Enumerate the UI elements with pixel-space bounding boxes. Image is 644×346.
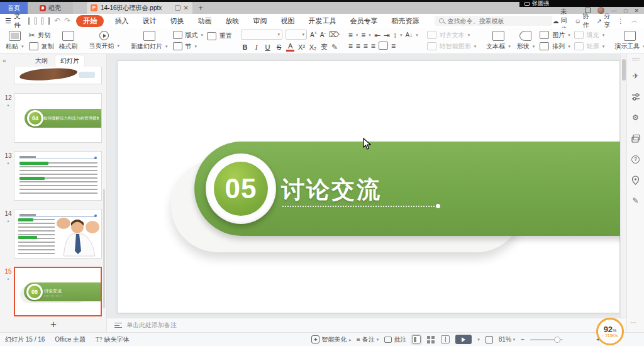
justify-icon[interactable]: ≡	[371, 42, 375, 50]
slide-title-text[interactable]: 讨论交流	[281, 174, 382, 206]
cut-button[interactable]: ✂剪切	[29, 31, 54, 40]
bold-button[interactable]: B	[241, 43, 249, 51]
line-spacing-icon[interactable]: ↕	[393, 31, 397, 39]
paste-button[interactable]: 粘贴▾	[3, 29, 27, 52]
tab-insert[interactable]: 插入	[108, 16, 135, 26]
picture-button[interactable]: 图片▾	[540, 31, 570, 40]
text-effect-button[interactable]: 变	[320, 42, 328, 52]
sidebar-scrollbar[interactable]	[103, 189, 105, 308]
slide-thumbnail-15-selected[interactable]: 讨论交流 05	[14, 267, 102, 316]
reset-button[interactable]: 重置	[207, 31, 232, 40]
help-icon[interactable]: ?	[631, 154, 641, 164]
more-menu-icon[interactable]: ⋮	[618, 18, 624, 25]
slides-tab[interactable]: 幻灯片	[55, 55, 84, 67]
normal-view-button[interactable]	[412, 335, 421, 343]
slide-thumbnail-14[interactable]	[14, 209, 102, 259]
tab-review[interactable]: 审阅	[246, 16, 274, 26]
align-center-icon[interactable]: ≡	[356, 42, 360, 50]
collaborate-button[interactable]: ☺ 协作	[574, 12, 589, 30]
underline-button[interactable]: U	[264, 43, 272, 51]
export-pdf-icon[interactable]	[35, 17, 36, 25]
slide-canvas[interactable]: 05 讨论交流	[107, 54, 620, 318]
docer-resource-icon[interactable]: ✈	[631, 71, 641, 81]
tab-devtools[interactable]: 开发工具	[301, 16, 343, 26]
edit-notes-icon[interactable]: ✎	[631, 196, 641, 206]
docer-tab[interactable]: 稻壳	[28, 2, 73, 14]
template-pin-icon[interactable]	[631, 175, 641, 185]
subscript-button[interactable]: X₂	[309, 43, 317, 51]
section-button[interactable]: 节▾	[173, 42, 204, 51]
indent-increase-icon[interactable]: ⇥	[384, 31, 390, 39]
scrollbar-thumb[interactable]	[622, 59, 626, 81]
clear-format-icon[interactable]: ⌦	[329, 31, 340, 38]
zoom-level[interactable]: 81% ▾	[499, 336, 516, 343]
format-painter-button[interactable]: 格式刷	[56, 29, 81, 52]
arrange-button[interactable]: 排列▾	[540, 42, 570, 51]
tab-transition[interactable]: 切换	[163, 16, 191, 26]
undo-icon[interactable]: ↶	[54, 16, 60, 25]
slide-page[interactable]: 05 讨论交流	[117, 60, 620, 313]
font-name-select[interactable]: ▾	[241, 30, 282, 40]
distribute-icon[interactable]	[379, 42, 388, 50]
notes-bar[interactable]: 单击此处添加备注	[107, 318, 626, 332]
zoom-slider[interactable]	[530, 339, 563, 340]
print-preview-icon[interactable]	[48, 17, 50, 25]
tab-design[interactable]: 设计	[135, 16, 163, 26]
print-icon[interactable]	[42, 17, 43, 25]
slide-thumbnail-11-partial[interactable]	[14, 67, 102, 84]
highlight-pen-icon[interactable]: ✎	[331, 43, 338, 51]
reading-view-button[interactable]	[441, 335, 450, 343]
tab-docer-resource[interactable]: 稻壳资源	[384, 16, 426, 26]
outline-tab[interactable]: 大纲	[30, 55, 53, 67]
present-tools-button[interactable]: 演示工具▾	[611, 29, 644, 52]
tab-slideshow[interactable]: 放映	[218, 16, 246, 26]
indent-decrease-icon[interactable]: ⇤	[374, 31, 380, 39]
panel-drag-handle[interactable]	[632, 58, 640, 60]
smart-beautify-button[interactable]: ✦ 智能美化 ▴	[311, 335, 351, 344]
collapse-ribbon-icon[interactable]: ︿	[631, 16, 638, 25]
shapes-button[interactable]: 形状▾	[514, 29, 538, 52]
notes-toggle-button[interactable]: ≡ 备注 ▾	[357, 335, 379, 344]
slide-sorter-view-button[interactable]	[426, 335, 435, 343]
adjust-properties-icon[interactable]	[631, 92, 641, 102]
zoom-out-button[interactable]: −	[521, 336, 525, 343]
play-from-current-button[interactable]: 当页开始▾	[86, 29, 123, 52]
slide-badge-number[interactable]: 05	[214, 162, 268, 216]
share-button[interactable]: ↗ 分享	[597, 12, 610, 30]
comments-button[interactable]: 批注	[384, 335, 406, 344]
number-list-icon[interactable]: ≡	[361, 31, 365, 39]
new-tab-button[interactable]: +	[192, 2, 209, 14]
font-increase-button[interactable]: A+	[310, 31, 317, 38]
tab-animation[interactable]: 动画	[191, 16, 218, 26]
sort-icon[interactable]: A↓	[406, 32, 413, 38]
add-slide-button[interactable]: +	[0, 318, 107, 331]
fit-window-icon[interactable]	[486, 336, 493, 343]
font-size-select[interactable]: ▾	[286, 30, 307, 40]
tab-view[interactable]: 视图	[274, 16, 301, 26]
collapse-panel-button[interactable]: «	[3, 57, 6, 64]
align-left-icon[interactable]: ≡	[348, 42, 353, 50]
font-decrease-button[interactable]: A-	[320, 31, 326, 38]
notes-placeholder[interactable]: 单击此处添加备注	[126, 321, 177, 330]
slide-thumbnail-12[interactable]: 如何缓解压力和压力的管理措施 04	[14, 93, 102, 143]
badge-more-icon[interactable]: ⋯	[630, 319, 637, 326]
align-right-icon[interactable]: ≡	[364, 42, 368, 50]
slideshow-play-button[interactable]	[455, 335, 472, 344]
search-input[interactable]	[447, 18, 548, 25]
slide-thumbnail-13[interactable]	[14, 151, 102, 201]
text-box-button[interactable]: 文本框▾	[483, 29, 514, 52]
zoom-slider-knob[interactable]	[554, 337, 560, 343]
strikethrough-button[interactable]: S	[275, 43, 283, 51]
new-slide-button[interactable]: 新建幻灯片▾	[128, 29, 171, 52]
missing-font-warning[interactable]: T? 缺失字体	[96, 335, 130, 344]
settings-gear-icon[interactable]: ⚙	[631, 113, 641, 123]
layout-button[interactable]: 版式▾	[173, 31, 204, 40]
upload-progress-badge[interactable]: 92% ↑ 215K/s	[596, 318, 624, 345]
save-icon[interactable]	[28, 17, 30, 25]
font-color-button[interactable]: A	[286, 43, 294, 52]
italic-button[interactable]: I	[252, 43, 260, 51]
document-tab[interactable]: P 14-16班心理班会.pptx ✕	[87, 2, 192, 14]
bullet-list-icon[interactable]: ≡	[348, 31, 353, 39]
copy-button[interactable]: 复制	[29, 42, 54, 51]
columns-icon[interactable]: ≡	[391, 42, 396, 50]
